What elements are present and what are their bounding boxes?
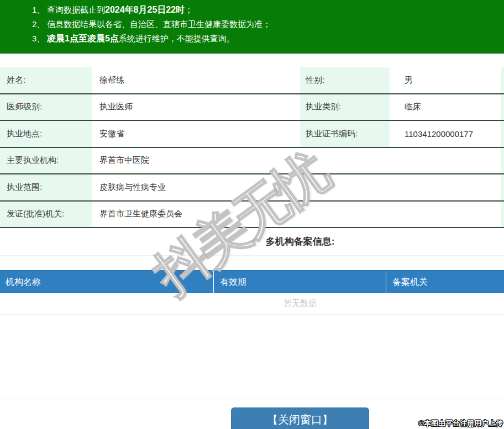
table-row: 主要执业机构: 界首市中医院 [0, 148, 504, 175]
notice-line-2: 2、信息数据结果以各省、自治区、直辖市卫生健康委数据为准； [0, 17, 504, 31]
table-edge-cell [501, 148, 504, 174]
column-header-validity-period: 有效期 [213, 271, 386, 293]
notice-line-3: 3、凌晨1点至凌晨5点系统进行维护，不能提供查询。 [0, 31, 504, 46]
records-empty-state: 暂无数据 [0, 293, 504, 315]
field-value-main-institution: 界首市中医院 [92, 148, 501, 174]
close-window-button[interactable]: 【关闭窗口】 [231, 407, 369, 429]
table-edge-cell [501, 121, 504, 147]
field-value-gender: 男 [390, 67, 501, 93]
column-header-institution-name: 机构名称 [0, 271, 213, 293]
field-label-practice-location: 执业地点: [0, 121, 92, 147]
field-value-practice-location: 安徽省 [92, 121, 300, 147]
field-label-doctor-level: 医师级别: [0, 94, 92, 120]
table-row: 执业范围: 皮肤病与性病专业 [0, 174, 504, 202]
table-row: 发证(批准)机关: 界首市卫生健康委员会 [0, 202, 504, 229]
column-header-record-authority: 备案机关 [386, 271, 504, 293]
spacer [0, 315, 504, 399]
field-value-practice-scope: 皮肤病与性病专业 [92, 174, 501, 200]
notice-text: 系统进行维护，不能提供查询。 [119, 34, 235, 43]
notice-text: 信息数据结果以各省、自治区、直辖市卫生健康委数据为准； [47, 19, 271, 29]
field-label-name: 姓名: [0, 67, 92, 93]
table-row: 医师级别: 执业医师 执业类别: 临床 [0, 94, 504, 121]
field-label-main-institution: 主要执业机构: [0, 148, 92, 174]
page-container: 1、查询数据截止到2024年8月25日22时； 2、信息数据结果以各省、自治区、… [0, 0, 504, 429]
notice-text-bold: 2024年8月25日22时 [105, 5, 185, 14]
spacer [0, 256, 504, 270]
notice-text: ； [185, 5, 193, 14]
notice-text: 查询数据截止到 [47, 5, 105, 14]
field-value-practice-category: 临床 [390, 94, 501, 120]
practitioner-info-table: 姓名: 徐帮练 性别: 男 医师级别: 执业医师 执业类别: 临床 执业地点: … [0, 67, 504, 228]
field-label-issuing-authority: 发证(批准)机关: [0, 202, 92, 227]
notice-number: 1、 [32, 3, 47, 17]
field-value-doctor-level: 执业医师 [92, 94, 300, 120]
table-edge-cell [501, 202, 504, 227]
table-edge-cell [501, 174, 504, 200]
table-edge-cell [501, 94, 504, 120]
spacer [0, 54, 504, 67]
table-row: 执业地点: 安徽省 执业证书编码: 110341200000177 [0, 121, 504, 148]
records-section-title: 多机构备案信息: [0, 228, 504, 256]
notice-banner: 1、查询数据截止到2024年8月25日22时； 2、信息数据结果以各省、自治区、… [0, 0, 504, 54]
copyright-watermark: ©本图由平台注册用户上传 [418, 419, 503, 428]
field-value-issuing-authority: 界首市卫生健康委员会 [92, 202, 501, 227]
notice-number: 2、 [32, 17, 47, 31]
field-value-name: 徐帮练 [92, 67, 300, 93]
field-value-certificate-code: 110341200000177 [390, 121, 501, 147]
field-label-gender: 性别: [300, 67, 390, 93]
notice-line-1: 1、查询数据截止到2024年8月25日22时； [0, 3, 504, 17]
records-table-header: 机构名称 有效期 备案机关 [0, 270, 504, 293]
table-row: 姓名: 徐帮练 性别: 男 [0, 67, 504, 94]
notice-text-bold: 凌晨1点至凌晨5点 [47, 34, 119, 43]
table-edge-cell [501, 67, 504, 93]
notice-number: 3、 [32, 31, 47, 46]
field-label-certificate-code: 执业证书编码: [300, 121, 390, 147]
field-label-practice-category: 执业类别: [300, 94, 390, 120]
field-label-practice-scope: 执业范围: [0, 174, 92, 200]
